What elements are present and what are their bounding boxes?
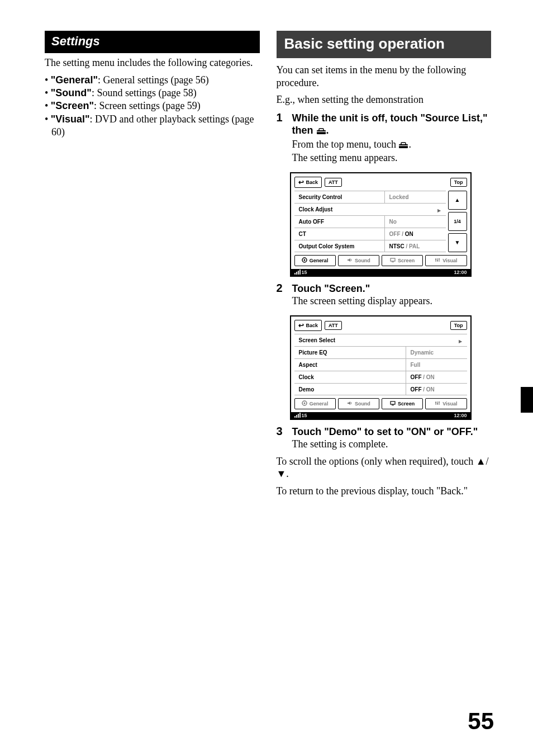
- list-item: "Visual": DVD and other playback setting…: [45, 113, 260, 139]
- setting-row-output-color-system[interactable]: Output Color SystemNTSC / PAL: [294, 240, 446, 252]
- tab-visual[interactable]: Visual: [425, 255, 467, 266]
- row-value: NTSC / PAL: [384, 240, 446, 252]
- setting-row-picture-eq[interactable]: Picture EQDynamic: [294, 346, 467, 358]
- main-section-title: Basic setting operation: [277, 31, 492, 58]
- list-item: "General": General settings (page 56): [45, 74, 260, 87]
- svg-rect-8: [391, 258, 395, 261]
- triangle-up-icon: [455, 197, 460, 203]
- intro-paragraph-1: You can set items in the menu by the fol…: [277, 64, 492, 89]
- settings-category-list: "General": General settings (page 56) "S…: [45, 74, 260, 139]
- row-name: Demo: [294, 384, 406, 395]
- tab-label: Visual: [442, 401, 457, 407]
- row-name: Clock: [294, 371, 406, 383]
- tab-label: Screen: [398, 401, 415, 407]
- svg-rect-5: [398, 145, 408, 146]
- status-bar: 15 12:00: [291, 269, 470, 276]
- back-label: Back: [306, 323, 318, 328]
- svg-point-19: [439, 401, 440, 403]
- svg-rect-4: [401, 143, 406, 145]
- svg-point-7: [303, 259, 305, 261]
- intro-paragraph-2: E.g., when setting the demonstration: [277, 93, 492, 106]
- svg-point-10: [435, 259, 436, 260]
- footer-note-1: To scroll the options (only when require…: [277, 455, 492, 480]
- tab-sound[interactable]: Sound: [338, 398, 379, 409]
- gear-icon: [302, 400, 307, 407]
- category-name: "Sound": [51, 87, 92, 98]
- sliders-icon: [435, 257, 440, 264]
- scroll-down-button[interactable]: [448, 233, 467, 252]
- category-name: "Visual": [51, 114, 90, 125]
- svg-rect-9: [392, 262, 394, 262]
- step-3: 3 Touch "Demo" to set to "ON" or "OFF." …: [277, 426, 492, 451]
- step-1-body-2: The setting menu appears.: [292, 152, 492, 164]
- top-button[interactable]: Top: [450, 321, 467, 330]
- setting-row-ct[interactable]: CTOFF / ON: [294, 228, 446, 240]
- back-label: Back: [306, 179, 318, 185]
- step-2: 2 Touch "Screen." The screen setting dis…: [277, 282, 492, 308]
- step-number: 1: [277, 112, 287, 164]
- step-1-body-text: From the top menu, touch: [292, 139, 399, 150]
- clock-display: 12:00: [454, 413, 467, 418]
- step-2-body: The screen setting display appears.: [292, 295, 492, 308]
- step-3-body: The setting is complete.: [292, 438, 492, 451]
- submenu-arrow-icon: [454, 334, 467, 346]
- list-item: "Sound": Sound settings (page 58): [45, 87, 260, 100]
- step-1-heading: While the unit is off, touch "Source Lis…: [292, 112, 492, 138]
- setting-row-security-control[interactable]: Security ControlLocked: [294, 191, 446, 203]
- svg-rect-15: [391, 401, 395, 404]
- tab-screen[interactable]: Screen: [382, 255, 423, 266]
- scroll-up-button[interactable]: [448, 191, 467, 210]
- step-1-body: From the top menu, touch .: [292, 138, 492, 152]
- setting-row-screen-select[interactable]: Screen Select: [294, 334, 467, 346]
- clock-display: 12:00: [454, 270, 467, 275]
- row-value: OFF / ON: [406, 384, 467, 395]
- tab-label: Screen: [398, 258, 415, 263]
- tab-general[interactable]: General: [294, 255, 336, 266]
- row-name: Aspect: [294, 359, 406, 371]
- tab-label: Sound: [355, 258, 370, 263]
- category-name: "Screen": [51, 100, 94, 111]
- svg-rect-16: [392, 405, 394, 405]
- toolbox-icon: [398, 139, 408, 152]
- back-arrow-icon: ↩: [298, 322, 304, 329]
- top-button[interactable]: Top: [450, 178, 467, 187]
- row-value: Full: [406, 359, 467, 371]
- row-value: OFF / ON: [384, 228, 446, 240]
- screenshot-screen-settings: ↩Back ATT Top Screen Select Picture EQDy…: [290, 315, 472, 420]
- row-value: No: [384, 216, 446, 228]
- setting-row-clock[interactable]: ClockOFF / ON: [294, 371, 467, 383]
- step-1-heading-end: .: [326, 125, 329, 136]
- setting-row-demo[interactable]: DemoOFF / ON: [294, 383, 467, 395]
- step-1: 1 While the unit is off, touch "Source L…: [277, 112, 492, 164]
- setting-row-clock-adjust[interactable]: Clock Adjust: [294, 203, 446, 215]
- tab-general[interactable]: General: [294, 398, 336, 409]
- back-button[interactable]: ↩Back: [294, 320, 322, 331]
- svg-point-12: [439, 258, 440, 259]
- tab-screen[interactable]: Screen: [382, 398, 423, 409]
- back-button[interactable]: ↩Back: [294, 177, 322, 188]
- step-3-heading: Touch "Demo" to set to "ON" or "OFF.": [292, 426, 492, 438]
- tab-sound[interactable]: Sound: [338, 255, 379, 266]
- svg-point-17: [435, 402, 436, 403]
- att-button[interactable]: ATT: [325, 321, 342, 330]
- category-desc: : Screen settings (page 59): [94, 100, 201, 111]
- tab-visual[interactable]: Visual: [425, 398, 467, 409]
- category-desc: : General settings (page 56): [98, 74, 209, 86]
- category-desc: : Sound settings (page 58): [92, 87, 197, 98]
- signal-value: 15: [302, 413, 307, 418]
- screenshot-general-settings: ↩Back ATT Top Security ControlLocked Clo…: [290, 172, 472, 277]
- footer-note-2: To return to the previous display, touch…: [277, 485, 492, 498]
- att-button[interactable]: ATT: [325, 178, 342, 187]
- svg-rect-2: [316, 131, 326, 132]
- row-value: Locked: [384, 191, 446, 203]
- page-number: 55: [468, 708, 494, 735]
- triangle-down-icon: [455, 239, 460, 245]
- step-1-body-end: .: [408, 139, 411, 150]
- setting-row-aspect[interactable]: AspectFull: [294, 358, 467, 371]
- setting-row-auto-off[interactable]: Auto OFFNo: [294, 215, 446, 228]
- svg-rect-1: [319, 129, 323, 131]
- row-name: Clock Adjust: [294, 204, 432, 215]
- tab-label: General: [310, 401, 329, 407]
- tab-label: Visual: [442, 258, 457, 263]
- row-value: Dynamic: [406, 347, 467, 358]
